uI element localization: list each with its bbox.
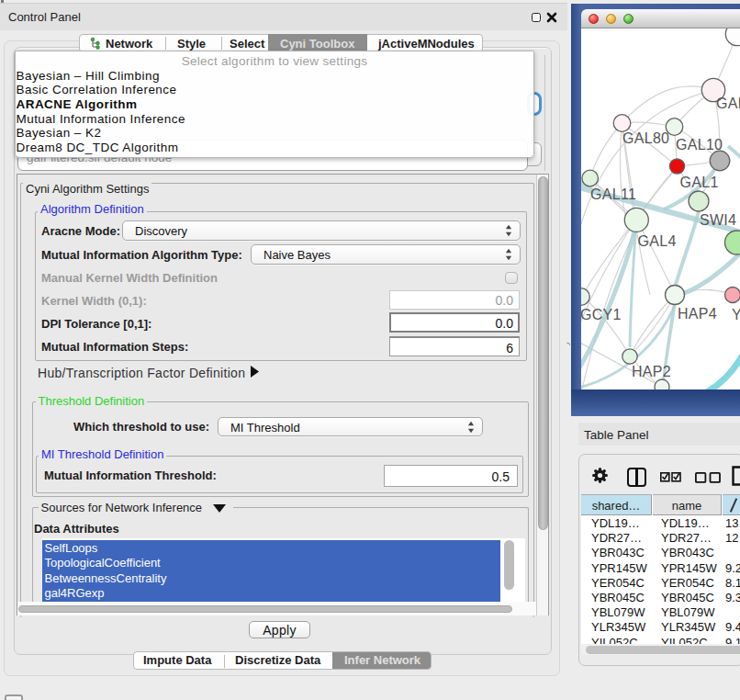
svg-text:GAL1: GAL1 [680,175,719,190]
svg-text:YER: YER [732,307,740,322]
svg-text:GAL10: GAL10 [676,137,723,152]
svg-text:GAL4: GAL4 [638,233,677,249]
svg-text:GAL11: GAL11 [590,186,636,202]
svg-text:GCY1: GCY1 [581,307,622,322]
svg-text:HAP4: HAP4 [678,306,717,322]
svg-text:SWI4: SWI4 [700,212,736,228]
svg-text:GAL2: GAL2 [716,96,740,111]
svg-text:HAP2: HAP2 [632,364,671,379]
svg-text:GAL80: GAL80 [622,130,669,146]
